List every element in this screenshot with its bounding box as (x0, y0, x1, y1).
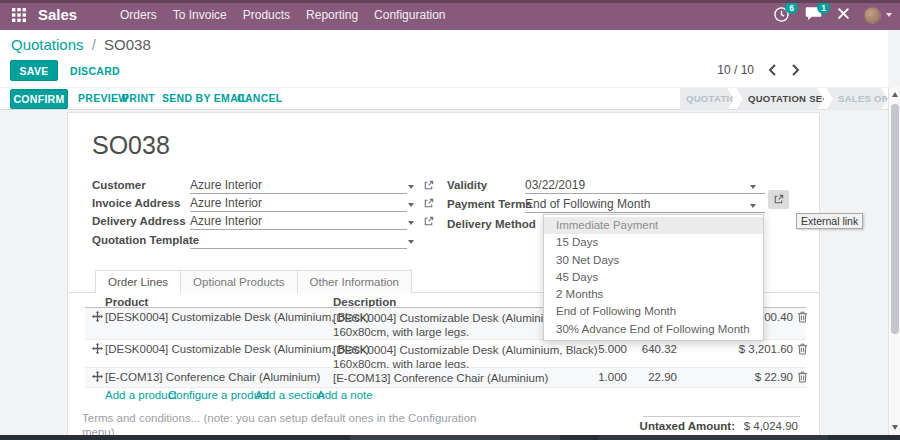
description-cell[interactable]: [E-COM13] Conference Chair (Aluminium) (333, 371, 548, 385)
description-cell[interactable]: [DESK0004] Customizable Desk (Aluminium,… (333, 343, 598, 371)
tab-other-information[interactable]: Other Information (298, 270, 412, 293)
customer-field[interactable]: Azure Interior (190, 178, 407, 194)
menu-products[interactable]: Products (243, 8, 290, 22)
order-line-row[interactable]: [DESK0004] Customizable Desk (Aluminium,… (85, 340, 806, 368)
scrollbar-thumb[interactable] (891, 104, 899, 334)
dropdown-item-30-net-days[interactable]: 30 Net Days (544, 252, 763, 269)
quotation-template-dropdown-caret-icon[interactable] (408, 240, 414, 244)
unit-price-cell[interactable]: 640.32 (617, 343, 677, 355)
record-pager: 10 / 10 (717, 63, 800, 77)
tools-icon[interactable] (837, 7, 850, 23)
subtotal-cell: $ 3,201.60 (693, 343, 793, 355)
avatar (864, 7, 881, 24)
quotation-template-label: Quotation Template (92, 234, 199, 246)
validity-field[interactable]: 03/22/2019 (525, 178, 765, 194)
preview-button[interactable]: PREVIEW (78, 92, 129, 104)
add-a-product-link[interactable]: Add a product (105, 389, 177, 401)
dropdown-item-30-advance[interactable]: 30% Advance End of Following Month (544, 321, 763, 338)
untaxed-amount-label: Untaxed Amount: (640, 420, 735, 432)
menu-to-invoice[interactable]: To Invoice (173, 8, 227, 22)
subtotal-cell: $ 22.90 (693, 371, 793, 383)
drag-handle-icon[interactable] (92, 311, 103, 325)
invoice-address-label: Invoice Address (92, 197, 180, 209)
drag-handle-icon[interactable] (92, 371, 103, 385)
scroll-up-arrow-icon[interactable] (892, 92, 898, 97)
dropdown-item-15-days[interactable]: 15 Days (544, 234, 763, 251)
user-menu[interactable] (864, 7, 892, 24)
quotation-title: SO038 (92, 131, 170, 160)
payment-terms-field[interactable]: End of Following Month (525, 197, 765, 213)
product-cell[interactable]: [E-COM13] Conference Chair (Aluminium) (105, 371, 320, 383)
messages-button[interactable]: 1 (805, 6, 823, 24)
order-line-row[interactable]: [E-COM13] Conference Chair (Aluminium) [… (85, 368, 806, 388)
tab-optional-products[interactable]: Optional Products (181, 270, 297, 293)
delivery-address-field[interactable]: Azure Interior (190, 214, 407, 230)
validity-dropdown-caret-icon[interactable] (750, 185, 756, 189)
customer-external-link-icon[interactable] (423, 180, 434, 194)
status-quotation[interactable]: QUOTATION (680, 88, 734, 110)
status-sales-order[interactable]: SALES ORDER (826, 88, 888, 110)
top-navbar: Sales Orders To Invoice Products Reporti… (0, 0, 900, 30)
pager-previous-button[interactable] (768, 64, 777, 76)
untaxed-amount-value: $ 4,024.90 (744, 420, 798, 432)
print-button[interactable]: PRINT (122, 92, 155, 104)
delivery-address-label: Delivery Address (92, 215, 186, 227)
dropdown-item-immediate-payment[interactable]: Immediate Payment (544, 217, 763, 234)
configure-a-product-link[interactable]: Configure a product (168, 389, 269, 401)
main-menu: Orders To Invoice Products Reporting Con… (120, 0, 446, 30)
dropdown-item-45-days[interactable]: 45 Days (544, 269, 763, 286)
invoice-address-dropdown-caret-icon[interactable] (408, 203, 414, 207)
bottom-edge-segment (598, 435, 828, 440)
quotation-template-field[interactable] (190, 233, 407, 249)
product-cell[interactable]: [DESK0004] Customizable Desk (Aluminium,… (105, 343, 370, 355)
statusbar: QUOTATION QUOTATION SENT SALES ORDER (680, 88, 888, 110)
dropdown-item-end-of-following-month[interactable]: End of Following Month (544, 303, 763, 320)
breadcrumb-quotations[interactable]: Quotations (11, 36, 84, 53)
tab-order-lines[interactable]: Order Lines (95, 270, 181, 293)
navbar-systray: 6 1 (773, 0, 892, 30)
customer-dropdown-caret-icon[interactable] (408, 185, 414, 189)
payment-terms-label: Payment Terms (447, 198, 532, 210)
delivery-address-external-link-icon[interactable] (423, 216, 434, 230)
save-button[interactable]: SAVE (10, 60, 58, 81)
bottom-edge-bar (0, 435, 900, 440)
dropdown-item-2-months[interactable]: 2 Months (544, 286, 763, 303)
app-title[interactable]: Sales (38, 6, 77, 23)
send-by-email-button[interactable]: SEND BY EMAIL (162, 92, 248, 104)
product-cell[interactable]: [DESK0004] Customizable Desk (Aluminium,… (105, 311, 370, 323)
delete-row-trash-icon[interactable] (797, 371, 808, 386)
external-link-tooltip: External link (796, 213, 863, 229)
totals-divider (643, 416, 800, 417)
chevron-down-icon (886, 13, 892, 17)
payment-terms-external-link-button[interactable] (768, 190, 789, 209)
add-a-section-link[interactable]: Add a section (255, 389, 325, 401)
invoice-address-field[interactable]: Azure Interior (190, 196, 407, 212)
action-bar: CONFIRM PREVIEW PRINT SEND BY EMAIL CANC… (0, 87, 888, 110)
breadcrumb: Quotations / SO038 (11, 36, 151, 53)
customer-label: Customer (92, 179, 146, 191)
menu-reporting[interactable]: Reporting (306, 8, 358, 22)
delivery-address-dropdown-caret-icon[interactable] (408, 221, 414, 225)
scroll-down-arrow-icon[interactable] (892, 425, 898, 430)
unit-price-cell[interactable]: 22.90 (617, 371, 677, 383)
activities-button[interactable]: 6 (773, 6, 791, 24)
confirm-button[interactable]: CONFIRM (10, 89, 68, 109)
notebook-tabs: Order Lines Optional Products Other Info… (95, 270, 412, 293)
menu-configuration[interactable]: Configuration (374, 8, 445, 22)
invoice-address-external-link-icon[interactable] (423, 198, 434, 212)
vertical-scrollbar[interactable] (888, 87, 900, 435)
odoo-sales-quotation-screen: Sales Orders To Invoice Products Reporti… (0, 0, 900, 440)
discard-button[interactable]: DISCARD (66, 60, 124, 81)
pager-count: 10 / 10 (717, 63, 754, 77)
delete-row-trash-icon[interactable] (797, 311, 808, 326)
status-quotation-sent[interactable]: QUOTATION SENT (736, 88, 824, 110)
payment-terms-dropdown-caret-icon[interactable] (750, 204, 756, 208)
delivery-method-label: Delivery Method (447, 218, 536, 230)
menu-orders[interactable]: Orders (120, 8, 157, 22)
add-a-note-link[interactable]: Add a note (317, 389, 373, 401)
drag-handle-icon[interactable] (92, 343, 103, 357)
pager-next-button[interactable] (791, 64, 800, 76)
apps-grid-icon[interactable] (12, 8, 28, 24)
delete-row-trash-icon[interactable] (797, 343, 808, 358)
cancel-button[interactable]: CANCEL (237, 92, 283, 104)
